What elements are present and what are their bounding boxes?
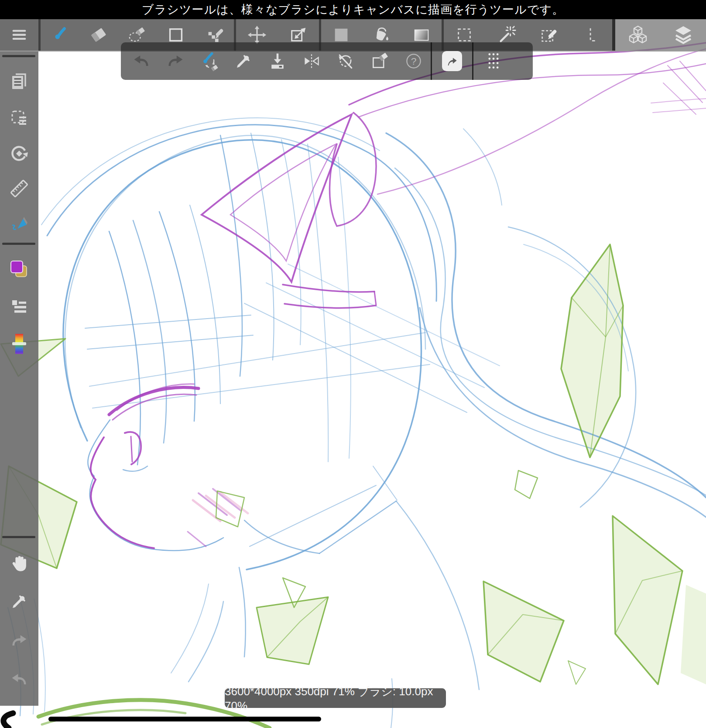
material-brush-button[interactable] [0, 213, 38, 235]
main-menu-button[interactable] [6, 22, 32, 48]
reset-rotation-icon [336, 52, 355, 71]
help-button[interactable]: ? [397, 42, 431, 80]
pages-button[interactable] [0, 70, 38, 93]
select-partial-tool-button[interactable] [578, 22, 604, 48]
flip-horizontal-button[interactable] [295, 42, 329, 80]
help-glyph: ? [411, 55, 417, 67]
color-spectrum-icon [9, 333, 30, 355]
color-swatch-icon [8, 258, 31, 281]
brush-icon [50, 25, 70, 45]
medibang-paint-app: ブラシツールは、様々なブラシによりキャンバスに描画を行うツールです。 [0, 0, 706, 728]
redo-icon [10, 631, 29, 650]
home-indicator[interactable] [48, 717, 321, 721]
eyedropper-icon [10, 592, 29, 611]
share-icon [446, 55, 459, 68]
ruler-button[interactable] [0, 177, 38, 200]
rotate-canvas-button[interactable] [0, 142, 38, 165]
dots-grid-icon [484, 52, 503, 71]
save-icon [268, 52, 287, 71]
brush-eraser-swap-button[interactable] [192, 42, 226, 80]
toolbar-section-menu [0, 19, 38, 51]
rotate-canvas-icon [9, 143, 30, 164]
eraser-icon [89, 25, 109, 45]
toolbar-divider [612, 19, 615, 51]
hand-tool-button[interactable] [0, 552, 38, 574]
pages-icon [9, 71, 30, 92]
color-spectrum-slider[interactable] [0, 332, 38, 356]
select-list-button[interactable] [0, 106, 38, 129]
sidebar-undo-button[interactable] [0, 668, 38, 691]
canvas-status-bar: 3600*4000px 350dpi 71% ブラシ: 10.0px 70% [225, 688, 446, 708]
select-pen-tool-button[interactable] [536, 22, 562, 48]
dots-grid-button[interactable] [473, 42, 514, 80]
select-list-icon [9, 107, 30, 128]
undo-icon [132, 52, 151, 71]
material-3d-button[interactable] [625, 22, 651, 48]
eyedropper-icon [234, 52, 253, 71]
clear-canvas-button[interactable] [363, 42, 397, 80]
eyedropper-button[interactable] [226, 42, 260, 80]
select-pen-icon [539, 25, 559, 45]
material-3d-icon [627, 24, 648, 45]
canvas-status-text: 3600*4000px 350dpi 71% ブラシ: 10.0px 70% [225, 684, 446, 713]
sidebar-divider [2, 243, 35, 245]
ruler-icon [9, 178, 30, 199]
sidebar-divider [2, 536, 35, 538]
brush-list-icon [9, 296, 30, 317]
share-button[interactable] [432, 42, 472, 80]
redo-icon [166, 52, 185, 71]
layers-panel-button[interactable] [670, 22, 696, 48]
eraser-tool-button[interactable] [86, 22, 112, 48]
help-icon: ? [404, 52, 423, 71]
left-sidebar [0, 52, 38, 706]
sidebar-redo-button[interactable] [0, 629, 38, 652]
color-swatch-button[interactable] [0, 257, 38, 282]
redo-button[interactable] [158, 42, 192, 80]
clear-canvas-icon [370, 52, 389, 71]
layers-icon [673, 24, 694, 45]
hand-icon [9, 553, 29, 573]
select-partial-icon [581, 25, 601, 45]
undo-icon [10, 670, 29, 689]
brush-list-button[interactable] [0, 295, 38, 318]
reset-rotation-button[interactable] [329, 42, 363, 80]
sidebar-eyedropper-button[interactable] [0, 590, 38, 613]
undo-button[interactable] [124, 42, 158, 80]
tool-tooltip-text: ブラシツールは、様々なブラシによりキャンバスに描画を行うツールです。 [142, 2, 564, 17]
floating-toolbar: ? [121, 42, 533, 80]
brush-tool-button[interactable] [47, 22, 73, 48]
toolbar-section-panels [615, 19, 706, 51]
save-button[interactable] [260, 42, 295, 80]
brush-eraser-swap-icon [199, 51, 219, 71]
tool-tooltip-bar: ブラシツールは、様々なブラシによりキャンバスに描画を行うツールです。 [0, 0, 706, 19]
sidebar-divider [2, 55, 35, 57]
menu-icon [9, 25, 29, 45]
canvas-artwork[interactable] [0, 0, 706, 728]
flip-horizontal-icon [302, 52, 321, 71]
material-brush-icon [9, 213, 30, 234]
